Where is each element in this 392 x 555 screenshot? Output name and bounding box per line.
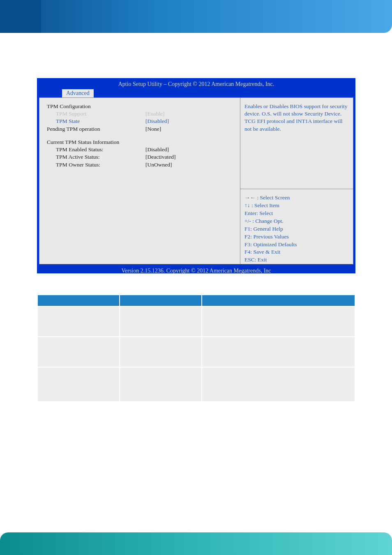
nav-f4: F4: Save & Exit: [244, 248, 349, 256]
nav-f3: F3: Optimized Defaults: [244, 241, 349, 249]
cell: [37, 337, 120, 367]
status-tpm-enabled-label: TPM Enabled Status:: [47, 146, 145, 153]
table-row: [37, 337, 355, 367]
nav-select-item: ↑↓ : Select Item: [244, 202, 349, 210]
cell: [202, 367, 355, 402]
cell: [202, 337, 355, 367]
cell: [120, 337, 202, 367]
table-header-row: [37, 295, 355, 306]
cell: [37, 306, 120, 337]
table-header-1: [37, 295, 120, 306]
item-pending-tpm-label[interactable]: Pending TPM operation: [47, 125, 145, 133]
bios-help-pane: Enables or Disables BIOS support for sec…: [240, 98, 353, 189]
cell: [202, 306, 355, 337]
options-table: [37, 294, 355, 402]
table-row: [37, 306, 355, 337]
bios-left-pane: TPM Configuration TPM Support [Enable] T…: [39, 97, 240, 264]
nav-enter-select: Enter: Select: [244, 210, 349, 217]
bios-right-pane: Enables or Disables BIOS support for sec…: [240, 97, 353, 264]
status-tpm-owner-label: TPM Owner Status:: [47, 161, 145, 169]
help-text: Enables or Disables BIOS support for sec…: [244, 103, 349, 133]
header-left-block: [0, 0, 41, 33]
bios-body: TPM Configuration TPM Support [Enable] T…: [37, 97, 355, 266]
table-header-3: [202, 295, 355, 306]
bios-title: Aptio Setup Utility – Copyright © 2012 A…: [37, 79, 355, 89]
item-tpm-support-label[interactable]: TPM Support: [47, 110, 145, 118]
item-tpm-support-value[interactable]: [Enable]: [145, 110, 233, 118]
cell: [120, 367, 202, 402]
cell: [37, 367, 120, 402]
status-tpm-owner-value: [UnOwned]: [145, 161, 233, 169]
table-row: [37, 367, 355, 402]
status-tpm-enabled-value: [Disabled]: [145, 146, 233, 153]
item-tpm-state-label[interactable]: TPM State: [47, 118, 145, 125]
nav-select-screen: →← : Select Screen: [244, 194, 349, 202]
bios-tab-row: Advanced: [37, 89, 355, 97]
nav-esc: ESC: Exit: [244, 256, 349, 264]
nav-f1: F1: General Help: [244, 225, 349, 233]
bios-setup-panel: Aptio Setup Utility – Copyright © 2012 A…: [37, 78, 355, 273]
table-header-2: [120, 295, 202, 306]
status-tpm-active-label: TPM Active Status:: [47, 153, 145, 161]
section-current-status: Current TPM Status Information: [47, 139, 233, 146]
nav-f2: F2: Previous Values: [244, 233, 349, 241]
page-footer-bar: [0, 532, 392, 555]
bios-nav-pane: →← : Select Screen ↑↓ : Select Item Ente…: [240, 189, 353, 269]
page-header-bar: [0, 0, 392, 33]
section-tpm-configuration: TPM Configuration: [47, 103, 145, 110]
nav-change-opt: +/- : Change Opt.: [244, 217, 349, 225]
item-tpm-state-value[interactable]: [Disabled]: [145, 118, 233, 125]
item-pending-tpm-value[interactable]: [None]: [145, 125, 233, 133]
cell: [120, 306, 202, 337]
status-tpm-active-value: [Deactivated]: [145, 153, 233, 161]
tab-advanced[interactable]: Advanced: [62, 89, 94, 97]
